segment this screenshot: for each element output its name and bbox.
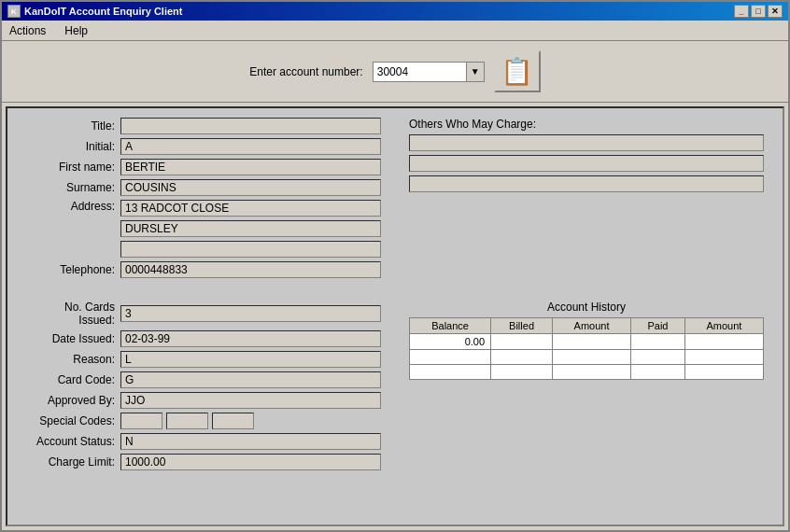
address-label: Address: [26, 200, 115, 213]
col-amount1: Amount [552, 318, 630, 334]
special3-input[interactable] [212, 413, 254, 429]
surname-field-row: Surname: [26, 179, 381, 196]
col-balance: Balance [410, 318, 491, 334]
row2-balance [410, 365, 491, 380]
main-panel: Title: Initial: First name: Surname: Add… [6, 106, 784, 526]
initial-label: Initial: [26, 140, 115, 153]
row2-paid [631, 365, 685, 380]
status-field-row: Account Status: [26, 433, 381, 450]
status-label: Account Status: [26, 435, 115, 448]
title-bar: K KanDoIT Account Enquiry Client _ □ ✕ [2, 2, 788, 21]
special-codes-inputs [120, 413, 258, 429]
first-name-label: First name: [26, 161, 115, 174]
bottom-right: Account History Balance Billed Amount Pa… [409, 301, 764, 474]
col-billed: Billed [491, 318, 553, 334]
combo-dropdown-button[interactable]: ▼ [466, 62, 485, 82]
account-history-title: Account History [409, 301, 764, 314]
row2-billed [491, 365, 553, 380]
charge-input[interactable] [120, 454, 381, 470]
special2-input[interactable] [166, 413, 208, 429]
minimize-button[interactable]: _ [734, 5, 749, 18]
address1-input[interactable] [120, 200, 381, 217]
initial-field-row: Initial: [26, 138, 381, 155]
surname-label: Surname: [26, 181, 115, 194]
table-row [410, 350, 764, 365]
table-row: 0.00 [410, 334, 764, 350]
charge-label: Charge Limit: [26, 455, 115, 469]
reason-field-row: Reason: [26, 351, 381, 368]
search-button[interactable]: 📋 [494, 50, 541, 92]
cards-field-row: No. Cards Issued: [26, 301, 381, 327]
toolbar: Enter account number: ▼ 📋 [2, 41, 788, 103]
surname-input[interactable] [120, 179, 381, 196]
charge-field-row: Charge Limit: [26, 454, 381, 470]
special1-input[interactable] [120, 413, 162, 429]
menu-help[interactable]: Help [61, 22, 92, 39]
approved-input[interactable] [120, 392, 381, 409]
title-field-row: Title: [26, 118, 381, 134]
row0-paid [631, 334, 685, 350]
cards-label: No. Cards Issued: [26, 301, 115, 327]
reason-label: Reason: [26, 353, 115, 366]
row2-amount1 [552, 365, 630, 380]
row1-balance [410, 350, 491, 365]
others2-input[interactable] [409, 155, 764, 172]
account-history-table: Balance Billed Amount Paid Amount 0.00 [409, 317, 764, 380]
card-code-field-row: Card Code: [26, 371, 381, 388]
card-code-input[interactable] [120, 371, 381, 388]
address-inputs [120, 200, 381, 258]
others3-input[interactable] [409, 175, 764, 192]
app-icon: K [7, 5, 21, 18]
window-title: KanDoIT Account Enquiry Client [24, 6, 183, 17]
account-number-input[interactable] [373, 62, 466, 82]
row2-amount2 [684, 365, 763, 380]
address-field-row: Address: [26, 200, 381, 258]
telephone-input[interactable] [120, 261, 381, 278]
left-section: Title: Initial: First name: Surname: Add… [26, 118, 381, 282]
date-field-row: Date Issued: [26, 330, 381, 347]
right-section: Others Who May Charge: [409, 118, 764, 282]
date-input[interactable] [120, 330, 381, 347]
approved-field-row: Approved By: [26, 392, 381, 409]
row1-amount2 [684, 350, 763, 365]
first-name-input[interactable] [120, 159, 381, 175]
row0-amount2 [684, 334, 763, 350]
form-section: Title: Initial: First name: Surname: Add… [26, 118, 764, 282]
title-input[interactable] [120, 118, 381, 134]
initial-input[interactable] [120, 138, 381, 155]
row1-paid [631, 350, 685, 365]
row1-amount1 [552, 350, 630, 365]
row1-billed [491, 350, 553, 365]
menu-bar: Actions Help [2, 21, 788, 41]
row0-billed [491, 334, 553, 350]
others-label: Others Who May Charge: [409, 118, 764, 131]
account-number-label: Enter account number: [249, 65, 362, 78]
reason-input[interactable] [120, 351, 381, 368]
others1-input[interactable] [409, 134, 764, 151]
approved-label: Approved By: [26, 394, 115, 407]
address3-input[interactable] [120, 241, 381, 258]
col-paid: Paid [631, 318, 685, 334]
cards-input[interactable] [120, 305, 381, 322]
table-row [410, 365, 764, 380]
title-bar-buttons: _ □ ✕ [734, 5, 783, 18]
special-label: Special Codes: [26, 414, 115, 427]
menu-actions[interactable]: Actions [6, 22, 49, 39]
telephone-label: Telephone: [26, 263, 115, 276]
main-window: K KanDoIT Account Enquiry Client _ □ ✕ A… [0, 0, 790, 532]
account-number-combo: ▼ [373, 62, 485, 82]
close-button[interactable]: ✕ [768, 5, 783, 18]
bottom-section: No. Cards Issued: Date Issued: Reason: C… [26, 301, 764, 474]
title-label: Title: [26, 119, 115, 133]
title-bar-left: K KanDoIT Account Enquiry Client [7, 5, 183, 18]
first-name-field-row: First name: [26, 159, 381, 175]
address2-input[interactable] [120, 220, 381, 237]
telephone-field-row: Telephone: [26, 261, 381, 278]
special-field-row: Special Codes: [26, 413, 381, 429]
col-amount2: Amount [684, 318, 763, 334]
search-icon: 📋 [501, 56, 533, 87]
row0-amount1 [552, 334, 630, 350]
maximize-button[interactable]: □ [751, 5, 766, 18]
date-label: Date Issued: [26, 332, 115, 345]
status-input[interactable] [120, 433, 381, 450]
